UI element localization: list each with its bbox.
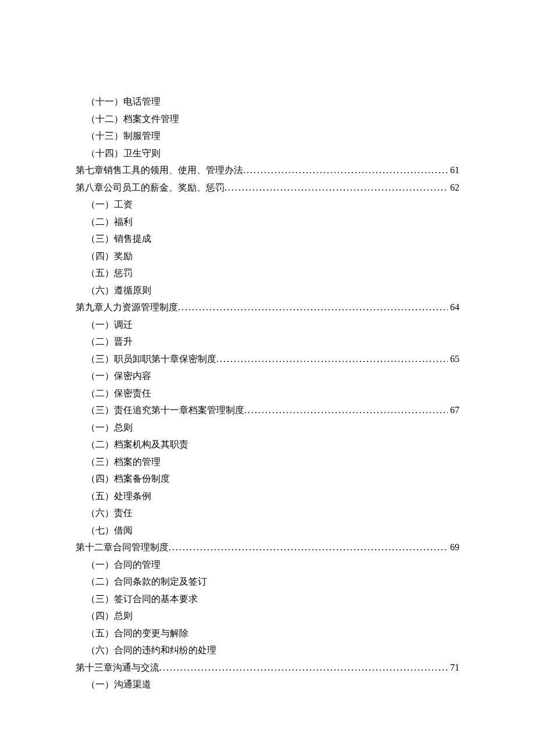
toc-entry-label: （六）责任 bbox=[86, 504, 133, 522]
toc-entry: （五）合同的变更与解除 bbox=[76, 625, 459, 642]
toc-page-number: 62 bbox=[448, 179, 459, 196]
toc-entry-label: （十一）电话管理 bbox=[86, 93, 160, 110]
toc-entry-label: （一）沟通渠道 bbox=[86, 676, 151, 693]
toc-page-number: 65 bbox=[448, 350, 459, 368]
toc-leader-dots bbox=[224, 179, 448, 196]
toc-entry: （三）档案的管理 bbox=[76, 453, 459, 471]
toc-entry-label: （三）签订合同的基本要求 bbox=[86, 590, 198, 608]
toc-entry-label: （二）福利 bbox=[86, 213, 133, 231]
toc-entry: （六）合同的违约和纠纷的处理 bbox=[76, 642, 459, 659]
toc-entry: （十四）卫生守则 bbox=[76, 145, 459, 162]
toc-entry: （一）总则 bbox=[76, 419, 459, 436]
toc-page-number: 64 bbox=[448, 299, 459, 316]
toc-entry: （五）处理条例 bbox=[76, 488, 459, 505]
toc-page-number: 69 bbox=[448, 539, 459, 556]
toc-entry: （三）职员卸职第十章保密制度65 bbox=[76, 350, 459, 368]
toc-entry: （四）总则 bbox=[76, 607, 459, 625]
toc-entry: （六）遵循原则 bbox=[76, 282, 459, 299]
toc-page-number: 67 bbox=[448, 402, 459, 419]
toc-entry-label: （二）晋升 bbox=[86, 333, 133, 350]
toc-entry: （六）责任 bbox=[76, 504, 459, 522]
toc-entry: 第十二章合同管理制度69 bbox=[76, 539, 459, 556]
toc-entry-label: 第十二章合同管理制度 bbox=[76, 539, 169, 556]
toc-entry: （十二）档案文件管理 bbox=[76, 110, 459, 128]
toc-entry-label: （三）责任追究第十一章档案管理制度 bbox=[86, 402, 244, 419]
toc-leader-dots bbox=[169, 539, 448, 556]
toc-entry-label: （二）合同条款的制定及签订 bbox=[86, 573, 207, 590]
toc-leader-dots bbox=[243, 162, 448, 179]
toc-leader-dots bbox=[178, 299, 448, 316]
toc-entry-label: （十二）档案文件管理 bbox=[86, 110, 179, 128]
toc-entry: （一）沟通渠道 bbox=[76, 676, 459, 693]
toc-entry: （一）合同的管理 bbox=[76, 556, 459, 574]
toc-entry-label: （十三）制服管理 bbox=[86, 127, 160, 145]
document-page: （十一）电话管理（十二）档案文件管理（十三）制服管理（十四）卫生守则第七章销售工… bbox=[0, 0, 535, 756]
toc-entry: 第七章销售工具的领用、使用、管理办法61 bbox=[76, 162, 459, 179]
toc-entry-label: （十四）卫生守则 bbox=[86, 145, 160, 162]
toc-entry-label: （五）惩罚 bbox=[86, 264, 133, 282]
toc-entry-label: （一）工资 bbox=[86, 196, 133, 213]
toc-entry: （五）惩罚 bbox=[76, 264, 459, 282]
toc-entry: （一）工资 bbox=[76, 196, 459, 213]
toc-leader-dots bbox=[244, 402, 448, 419]
toc-page-number: 61 bbox=[448, 162, 459, 179]
toc-entry-label: （四）奖励 bbox=[86, 248, 133, 265]
toc-entry: （二）合同条款的制定及签订 bbox=[76, 573, 459, 590]
toc-entry-label: （一）合同的管理 bbox=[86, 556, 160, 574]
toc-entry: （二）档案机构及其职责 bbox=[76, 436, 459, 453]
toc-entry: （十三）制服管理 bbox=[76, 127, 459, 145]
toc-entry-label: （二）保密责任 bbox=[86, 385, 151, 402]
toc-entry-label: （三）销售提成 bbox=[86, 230, 151, 248]
toc-entry-label: 第七章销售工具的领用、使用、管理办法 bbox=[76, 162, 243, 179]
toc-entry-label: （六）合同的违约和纠纷的处理 bbox=[86, 642, 216, 659]
toc-entry: （三）签订合同的基本要求 bbox=[76, 590, 459, 608]
toc-entry-label: 第十三章沟通与交流 bbox=[76, 659, 159, 676]
toc-entry-label: （六）遵循原则 bbox=[86, 282, 151, 299]
toc-entry-label: （三）档案的管理 bbox=[86, 453, 160, 471]
toc-entry-label: （五）合同的变更与解除 bbox=[86, 625, 188, 642]
toc-entry: （一）保密内容 bbox=[76, 367, 459, 385]
toc-entry-label: （一）调迁 bbox=[86, 316, 133, 334]
table-of-contents: （十一）电话管理（十二）档案文件管理（十三）制服管理（十四）卫生守则第七章销售工… bbox=[76, 93, 459, 693]
toc-entry-label: （一）保密内容 bbox=[86, 367, 151, 385]
toc-leader-dots bbox=[159, 659, 448, 676]
toc-entry: （二）晋升 bbox=[76, 333, 459, 350]
toc-entry-label: （五）处理条例 bbox=[86, 488, 151, 505]
toc-entry: 第八章公司员工的薪金、奖励、惩罚62 bbox=[76, 179, 459, 196]
toc-entry: （三）销售提成 bbox=[76, 230, 459, 248]
toc-entry: （三）责任追究第十一章档案管理制度67 bbox=[76, 402, 459, 419]
toc-entry: （二）福利 bbox=[76, 213, 459, 231]
toc-entry-label: （四）总则 bbox=[86, 607, 133, 625]
toc-entry: 第十三章沟通与交流71 bbox=[76, 659, 459, 676]
toc-entry: （一）调迁 bbox=[76, 316, 459, 334]
toc-entry: （四）奖励 bbox=[76, 248, 459, 265]
toc-entry-label: 第八章公司员工的薪金、奖励、惩罚 bbox=[76, 179, 224, 196]
toc-entry: （七）借阅 bbox=[76, 522, 459, 539]
toc-entry: （二）保密责任 bbox=[76, 385, 459, 402]
toc-entry-label: （二）档案机构及其职责 bbox=[86, 436, 188, 453]
toc-entry: 第九章人力资源管理制度64 bbox=[76, 299, 459, 316]
toc-entry-label: （三）职员卸职第十章保密制度 bbox=[86, 350, 216, 368]
toc-entry-label: 第九章人力资源管理制度 bbox=[76, 299, 178, 316]
toc-entry: （十一）电话管理 bbox=[76, 93, 459, 110]
toc-page-number: 71 bbox=[448, 659, 459, 676]
toc-entry-label: （一）总则 bbox=[86, 419, 133, 436]
toc-entry-label: （四）档案备份制度 bbox=[86, 470, 170, 488]
toc-leader-dots bbox=[216, 350, 448, 368]
toc-entry: （四）档案备份制度 bbox=[76, 470, 459, 488]
toc-entry-label: （七）借阅 bbox=[86, 522, 133, 539]
